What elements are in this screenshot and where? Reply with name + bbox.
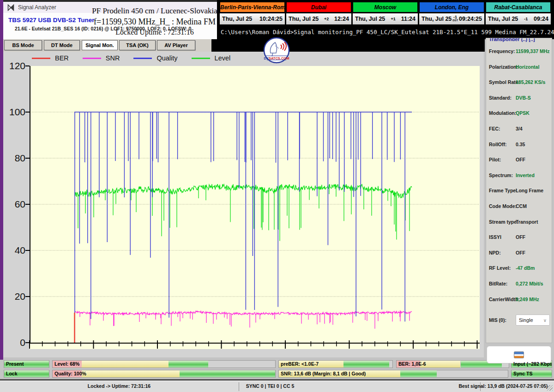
- bar-label: Level: 68%: [54, 361, 79, 368]
- clock-date: Thu, Jul 25: [488, 16, 518, 22]
- bar-label: Present: [6, 361, 24, 368]
- clock-time-row: Thu, Jul 25+212:24: [286, 13, 351, 24]
- tab-bs-mode[interactable]: BS Mode: [4, 40, 42, 50]
- y-axis-label: 0: [4, 337, 25, 349]
- clock-date: Thu, Jul 25: [222, 16, 252, 22]
- clock-date: Thu, Jul 25: [289, 16, 319, 22]
- bar-segment-yellow: [82, 361, 169, 368]
- tab-tsa-ok-[interactable]: TSA (OK): [119, 40, 156, 50]
- y-axis-label: 20: [4, 291, 25, 303]
- transponder-row: BitRate:0,272 Mbit/s: [489, 277, 552, 292]
- transponder-row-value: 0.35: [516, 142, 525, 147]
- clock-utc-offset: -1: [524, 18, 528, 21]
- clock-time-row: Thu, Jul 25+111:24: [353, 13, 418, 24]
- transponder-row: RF Level:-47 dBm: [489, 261, 552, 277]
- bar-segment-gray: [437, 370, 508, 377]
- transponder-row: Standard:DVB-S: [489, 91, 552, 107]
- bar-segment-green: [169, 361, 209, 368]
- transponder-row-label: ISSYI: [489, 234, 501, 240]
- transponder-row: Spectrum:Inverted: [489, 168, 552, 184]
- transponder-row-value: CCM: [516, 203, 527, 209]
- clock-time-row: Thu, Jul 25-109:24: [486, 13, 551, 24]
- bar-segment-gray: [389, 361, 392, 368]
- bar-snr: SNR: 13,6 dB (Margin: 8,1 dB | Good): [278, 370, 508, 378]
- clock-time-value: 09:24: [534, 16, 548, 22]
- transponder-row-label: FEC:: [489, 126, 500, 131]
- transponder-row-value: OFF: [516, 250, 525, 255]
- clock-berlin-paris-vienna-roma: Berlin-Paris-Vienna-RomaThu, Jul 2510:24…: [220, 2, 285, 24]
- tab-signal-mon-[interactable]: Signal Mon.: [82, 40, 118, 50]
- transponder-row-value: -47 dBm: [516, 265, 535, 271]
- tab-av-player[interactable]: AV Player: [157, 40, 195, 50]
- legend-label: Level: [215, 54, 231, 62]
- bar-label: Quality: 100%: [54, 370, 86, 377]
- bar-segment-green: [343, 361, 389, 368]
- transponder-row-value: Long Frame: [516, 188, 543, 193]
- clock-date: Thu, Jul 25: [422, 16, 452, 22]
- legend-label: SNR: [106, 54, 120, 62]
- world-clocks: Berlin-Paris-Vienna-RomaThu, Jul 2510:24…: [220, 2, 551, 24]
- clock-terminal-panel: Berlin-Paris-Vienna-RomaThu, Jul 2510:24…: [217, 0, 554, 39]
- transponder-row-value: DVB-S: [516, 95, 531, 101]
- bar-level: Level: 68%: [52, 360, 276, 368]
- terminal-command-line: C:\Users\Roman Dávid>Signal monitoring_P…: [221, 29, 554, 36]
- transponder-row-label: RollOff:: [489, 142, 507, 147]
- clock-dst-flag: DST: [452, 19, 458, 22]
- transponder-row-value: 3/4: [516, 126, 523, 131]
- signal-monitor-chart: BERSNRQualityLevel 020406080100120: [3, 52, 484, 357]
- svg-text:DXSATCS.COM: DXSATCS.COM: [264, 56, 289, 60]
- clock-date: Thu, Jul 25: [355, 16, 385, 22]
- legend-label: Quality: [157, 54, 177, 62]
- transponder-row: Code Mode:CCM: [489, 199, 552, 215]
- clock-time-row: Thu, Jul 25-1DST09:24:25: [419, 13, 484, 24]
- mis-label: MIS (0):: [489, 317, 506, 323]
- resize-grip[interactable]: [547, 385, 553, 391]
- mis-dropdown[interactable]: Single ∨: [516, 315, 550, 326]
- y-axis-label: 120: [4, 60, 25, 72]
- statusbar: Locked -> Uptime: 72:31:16 SYNC 0 | TEI …: [0, 381, 554, 392]
- transponder-row: Frequency:11599,337 MHz: [489, 44, 552, 60]
- clock-time-value: 11:24: [401, 16, 416, 22]
- antenna-location-line: PF Prodelin 450 cm / Lucenec-Slovakia: [91, 6, 218, 16]
- transponder-rows: Frequency:11599,337 MHzPolarization:Hori…: [489, 44, 552, 308]
- transponder-row-value: Transport: [516, 219, 538, 225]
- bar-preber: preBER: <1.0E-7: [278, 360, 393, 368]
- transponder-row: Modulation:QPSK: [489, 106, 552, 122]
- legend-label: BER: [55, 54, 69, 62]
- locked-uptime-line: Locked Uptime : 72:31:16: [91, 27, 218, 37]
- transponder-row: FEC:3/4: [489, 122, 552, 137]
- transponder-row-label: Code Mode:: [489, 203, 517, 209]
- bar-segment-gray: [208, 361, 275, 368]
- transponder-row-label: CarrierWidth:: [489, 297, 520, 302]
- transponder-row-value: Horizontal: [516, 64, 539, 70]
- clock-moscow: MoscowThu, Jul 25+111:24: [353, 2, 418, 24]
- transponder-panel: Transponder (..) [..] Frequency:11599,33…: [486, 38, 552, 343]
- transponder-panel-header: Transponder (..) [..]: [489, 38, 552, 44]
- transponder-row-label: Polarization:: [489, 64, 518, 70]
- tab-dt-mode[interactable]: DT Mode: [44, 40, 80, 50]
- separator-line: [0, 379, 554, 380]
- logo-text-rest: SATCS.COM: [269, 56, 289, 60]
- transponder-row: NPD:OFF: [489, 246, 552, 261]
- clock-london-eng: London, EngThu, Jul 25-1DST09:24:25: [419, 2, 484, 24]
- legend-item-ber: BER: [32, 54, 69, 62]
- mode-tabbar: BS ModeDT ModeSignal Mon.TSA (OK)AV Play…: [3, 39, 211, 52]
- transponder-row-label: Modulation:: [489, 110, 516, 116]
- transponder-row: Pilot:OFF: [489, 153, 552, 168]
- clock-time-value: 12:24: [334, 16, 349, 22]
- statusbar-uptime: Locked -> Uptime: 72:31:16: [50, 383, 188, 389]
- transponder-row-value: OFF: [516, 157, 525, 162]
- chevron-down-icon: ∨: [543, 318, 547, 323]
- statusbar-sync-counters: SYNC 0 | TEI 0 | CC 5: [212, 383, 328, 389]
- logo-text-dx: DX: [264, 56, 269, 60]
- legend-swatch: [192, 58, 210, 59]
- clock-city-label: Moscow: [353, 2, 418, 12]
- legend-swatch: [133, 58, 152, 59]
- transponder-row: Frame Type:Long Frame: [489, 184, 552, 199]
- transponder-row-value: 0,272 Mbit/s: [516, 281, 543, 286]
- transponder-row-label: NPD:: [489, 250, 501, 255]
- y-axis-label: 80: [4, 152, 25, 164]
- clock-rabat-casablanca: Rabat-CasablancaThu, Jul 25-109:24: [486, 2, 551, 24]
- transponder-row: ISSYIOFF: [489, 230, 552, 246]
- bar-label: BER: 1,0E-6: [398, 361, 426, 368]
